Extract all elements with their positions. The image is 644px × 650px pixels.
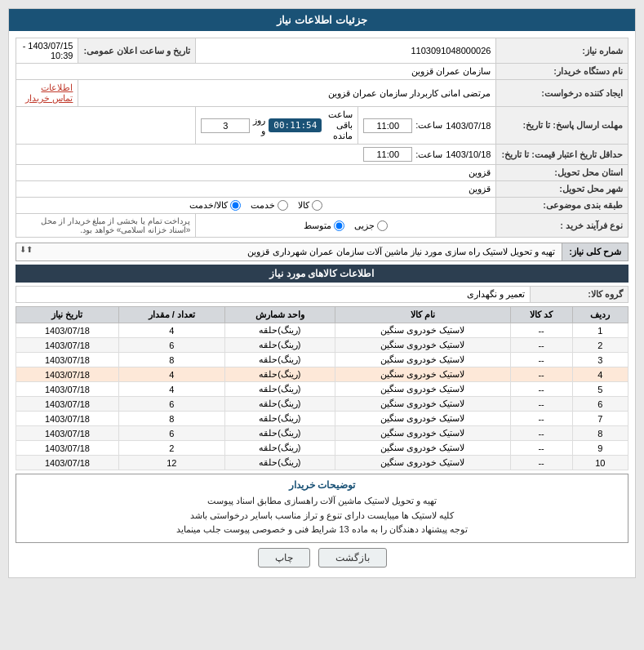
cell-unit: (رینگ)حلقه (224, 397, 335, 412)
radio-kalaa[interactable]: کالا (298, 200, 322, 211)
cell-date: 1403/07/18 (16, 397, 119, 412)
table-row: 6 -- لاستیک خودروی سنگین (رینگ)حلقه 6 14… (16, 397, 628, 412)
row-deadline: مهلت ارسال پاسخ: تا تاریخ: 1403/07/18 سا… (16, 107, 628, 145)
col-qty: تعداد / مقدار (118, 307, 224, 323)
value-dastgah: سازمان عمران قزوین (16, 64, 496, 80)
label-min-price: حداقل تاریخ اعتبار قیمت: تا تاریخ: (496, 145, 628, 165)
cell-name: لاستیک خودروی سنگین (335, 426, 510, 441)
row-min-price: حداقل تاریخ اعتبار قیمت: تا تاریخ: 1403/… (16, 145, 628, 165)
cell-radif: 9 (572, 441, 628, 456)
label-faraand: نوع فرآیند خرید : (496, 214, 628, 238)
radio-khedmat[interactable]: خدمت (251, 200, 288, 211)
cell-code: -- (510, 426, 572, 441)
notes-lines: تهیه و تحویل لاستیک ماشین آلات راهسازی م… (21, 494, 623, 537)
note-line: تهیه و تحویل لاستیک ماشین آلات راهسازی م… (21, 494, 623, 509)
value-shmara: 1103091048000026 (196, 38, 496, 64)
cell-code: -- (510, 382, 572, 397)
table-row: 4 -- لاستیک خودروی سنگین (رینگ)حلقه 4 14… (16, 367, 628, 382)
radio-kalaa-khedmat[interactable]: کالا/خدمت (189, 200, 241, 211)
table-row: 10 -- لاستیک خودروی سنگین (رینگ)حلقه 12 … (16, 456, 628, 470)
row-group: گروه کالا: تعمیر و نگهداری (16, 287, 628, 303)
page-title: جزئیات اطلاعات نیاز (277, 14, 366, 26)
sharh-container: شرح کلی نیاز: تهیه و تحویل لاستیک راه سا… (16, 243, 628, 261)
print-button[interactable]: چاپ (258, 548, 310, 568)
deadline-time-label: ساعت: (415, 120, 442, 131)
value-ostan: قزوین (16, 165, 496, 181)
col-unit: واحد شمارش (224, 307, 335, 323)
table-row: 3 -- لاستیک خودروی سنگین (رینگ)حلقه 8 14… (16, 353, 628, 367)
cell-qty: 2 (118, 441, 224, 456)
cell-radif: 1 (572, 323, 628, 338)
page-header: جزئیات اطلاعات نیاز (9, 9, 635, 31)
cell-radif: 5 (572, 382, 628, 397)
notes-label: توضیحات خریدار (21, 479, 623, 491)
value-tabaqe: کالا خدمت کالا/خدمت (16, 198, 496, 214)
table-row: 1 -- لاستیک خودروی سنگین (رینگ)حلقه 4 14… (16, 323, 628, 338)
radio-motevaset[interactable]: متوسط (304, 220, 344, 231)
label-tabaqe: طبقه بندی موضوعی: (496, 198, 628, 214)
scroll-arrows-icon: ⬆⬇ (20, 245, 33, 254)
cell-name: لاستیک خودروی سنگین (335, 412, 510, 426)
cell-unit: (رینگ)حلقه (224, 323, 335, 338)
kalaa-section-header: اطلاعات کالاهای مورد نیاز (16, 265, 628, 283)
cell-name: لاستیک خودروی سنگین (335, 367, 510, 382)
cell-unit: (رینگ)حلقه (224, 441, 335, 456)
cell-radif: 7 (572, 412, 628, 426)
days-value: 3 (201, 118, 250, 133)
kalaa-table: ردیف کد کالا نام کالا واحد شمارش تعداد /… (16, 306, 628, 470)
sharh-label: شرح کلی نیاز: (562, 243, 628, 260)
cell-qty: 6 (118, 397, 224, 412)
row-tabaqe: طبقه بندی موضوعی: کالا خدمت کالا/خدمت (16, 198, 628, 214)
table-row: 5 -- لاستیک خودروی سنگین (رینگ)حلقه 4 14… (16, 382, 628, 397)
cell-unit: (رینگ)حلقه (224, 367, 335, 382)
cell-name: لاستیک خودروی سنگین (335, 397, 510, 412)
cell-unit: (رینگ)حلقه (224, 456, 335, 470)
cell-date: 1403/07/18 (16, 456, 119, 470)
cell-unit: (رینگ)حلقه (224, 412, 335, 426)
info-table: شماره نیاز: 1103091048000026 تاریخ و ساع… (16, 38, 628, 238)
sharh-text: تهیه و تحویل لاستیک راه سازی مورد نیاز م… (16, 243, 562, 260)
label-shahr: شهر محل تحویل: (496, 181, 628, 198)
cell-code: -- (510, 441, 572, 456)
min-price-time-label: ساعت: (415, 149, 442, 160)
day-label: روز و (253, 115, 265, 136)
cell-qty: 4 (118, 367, 224, 382)
note-line: توجه پیشنهاد دهندگان را به ماده 13 شرایط… (21, 523, 623, 537)
col-radif: ردیف (572, 307, 628, 323)
value-deadline-date: 1403/07/18 ساعت: 11:00 (358, 107, 496, 145)
min-price-date: 1403/10/18 (446, 149, 491, 159)
cell-code: -- (510, 456, 572, 470)
row-shahr: شهر محل تحویل: قزوین (16, 181, 628, 198)
col-code: کد کالا (510, 307, 572, 323)
cell-qty: 4 (118, 323, 224, 338)
cell-qty: 12 (118, 456, 224, 470)
cell-date: 1403/07/18 (16, 367, 119, 382)
cell-name: لاستیک خودروی سنگین (335, 323, 510, 338)
row-creator: ایجاد کننده درخواست: مرتضی امانی کاربردا… (16, 80, 628, 107)
main-container: جزئیات اطلاعات نیاز شماره نیاز: 11030910… (8, 8, 636, 578)
link-contact[interactable]: اطلاعات تماس خریدار (16, 80, 78, 107)
sharh-content: تهیه و تحویل لاستیک راه سازی مورد نیاز م… (247, 247, 555, 256)
btn-row: بازگشت چاپ (16, 548, 628, 568)
cell-name: لاستیک خودروی سنگین (335, 353, 510, 367)
remaining-label: ساعت باقی مانده (325, 109, 353, 141)
deadline-time: 11:00 (363, 118, 412, 133)
cell-radif: 3 (572, 353, 628, 367)
min-price-time: 11:00 (363, 147, 412, 162)
label-deadline: مهلت ارسال پاسخ: تا تاریخ: (496, 107, 628, 145)
cell-radif: 10 (572, 456, 628, 470)
label-shmara: شماره نیاز: (496, 38, 628, 64)
group-table: گروه کالا: تعمیر و نگهداری (16, 286, 628, 303)
cell-radif: 4 (572, 367, 628, 382)
deadline-date: 1403/07/18 (446, 121, 491, 131)
cell-name: لاستیک خودروی سنگین (335, 382, 510, 397)
cell-code: -- (510, 412, 572, 426)
deadline-note (16, 107, 196, 145)
cell-date: 1403/07/18 (16, 412, 119, 426)
value-publish-date: 1403/07/15 - 10:39 (16, 38, 78, 64)
back-button[interactable]: بازگشت (318, 548, 387, 568)
row-shmara: شماره نیاز: 1103091048000026 تاریخ و ساع… (16, 38, 628, 64)
radio-jozei[interactable]: جزیی (354, 220, 388, 231)
cell-name: لاستیک خودروی سنگین (335, 456, 510, 470)
cell-date: 1403/07/18 (16, 323, 119, 338)
